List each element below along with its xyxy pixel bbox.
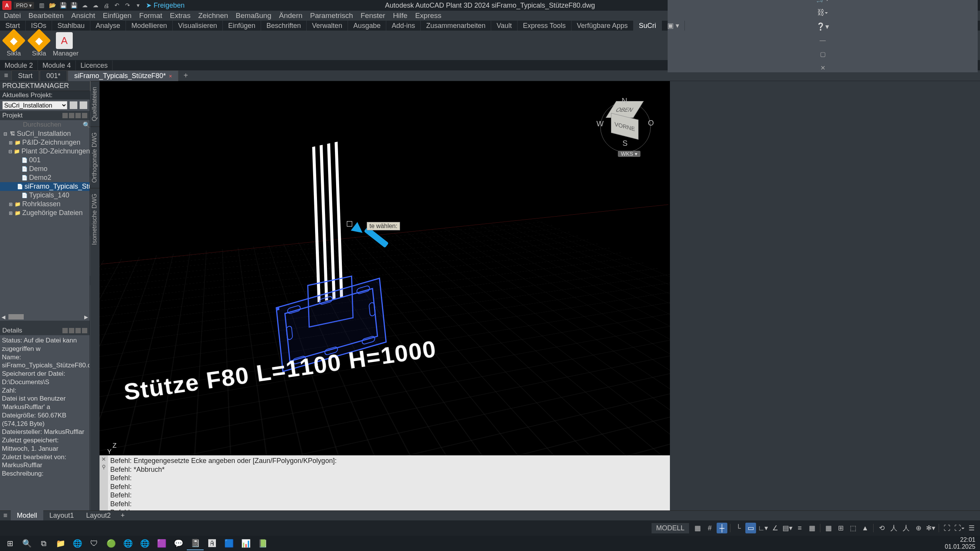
taskbar-clock[interactable]: 22:01 01.01.2025 — [945, 536, 978, 550]
ribbon-tab-4[interactable]: Modellieren — [126, 21, 173, 31]
tree-twisty-icon[interactable]: ⊞ — [8, 202, 13, 207]
undo-icon[interactable]: ↶ — [113, 2, 121, 9]
tree-tool3-icon[interactable] — [75, 113, 81, 118]
cmd-handle-icon[interactable]: ⚲ — [102, 464, 106, 470]
ribbon-tab-8[interactable]: Verwalten — [307, 21, 348, 31]
tree-tool1-icon[interactable] — [62, 113, 68, 118]
open-icon[interactable]: 📂 — [49, 2, 56, 9]
menu-extras[interactable]: Extras — [170, 11, 191, 20]
taskbar-app-5[interactable]: 🛡 — [86, 536, 103, 550]
status-button-10[interactable]: ▦ — [823, 523, 834, 533]
viewcube[interactable]: OBEN VORNE N S W O WKS ▾ — [597, 98, 655, 159]
menu-datei[interactable]: Datei — [4, 11, 21, 20]
new-icon[interactable]: ▥ — [38, 2, 46, 9]
ribbon-tab-12[interactable]: Vault — [491, 21, 518, 31]
menu-zeichnen[interactable]: Zeichnen — [198, 11, 228, 20]
tree-node-2[interactable]: ⊟📁Plant 3D-Zeichnungen — [0, 147, 90, 156]
maximize-button[interactable]: ▢ — [816, 50, 829, 59]
close-tab-icon[interactable]: × — [169, 73, 172, 79]
ribbon-tab-13[interactable]: Express Tools — [518, 21, 572, 31]
ribbon-tab-16[interactable]: ▣ ▾ — [662, 21, 685, 31]
compass-e[interactable]: O — [648, 119, 654, 127]
status-button-19[interactable]: ⛶ — [942, 523, 952, 533]
side-tab-0[interactable]: Quelldateien — [90, 81, 100, 127]
subtab-2[interactable]: Licences — [76, 60, 113, 70]
taskbar-app-15[interactable]: 📗 — [254, 536, 271, 550]
status-button-0[interactable]: ▦ — [692, 523, 703, 533]
new-doc-tab-button[interactable]: + — [181, 71, 191, 80]
ribbon-tab-5[interactable]: Visualisieren — [173, 21, 223, 31]
menu-express[interactable]: Express — [415, 11, 441, 20]
taskbar-app-4[interactable]: 🌐 — [69, 536, 86, 550]
taskbar-app-6[interactable]: 🟢 — [103, 536, 119, 550]
taskbar-app-1[interactable]: 🔍 — [18, 536, 35, 550]
taskbar-app-9[interactable]: 🟪 — [153, 536, 170, 550]
layout-menu-icon[interactable]: ≡ — [0, 512, 11, 520]
ribbon-tab-3[interactable]: Analyse — [90, 21, 126, 31]
status-button-21[interactable]: ☰ — [966, 523, 977, 533]
status-button-12[interactable]: ⬚ — [848, 523, 858, 533]
status-button-11[interactable]: ⊞ — [835, 523, 846, 533]
taskbar-app-13[interactable]: 🟦 — [220, 536, 237, 550]
scroll-thumb[interactable] — [8, 314, 24, 320]
ribbon-button-sikla-0[interactable]: ◆Sikla — [2, 32, 25, 57]
menu-format[interactable]: Format — [139, 11, 162, 20]
taskbar-app-12[interactable]: 🅰 — [204, 536, 220, 550]
status-button-20[interactable]: ⛶▾ — [954, 523, 965, 533]
status-button-16[interactable]: 人 — [901, 523, 911, 533]
tree-tool2-icon[interactable] — [69, 113, 74, 118]
status-button-15[interactable]: 人 — [889, 523, 899, 533]
tree-search-input[interactable] — [2, 121, 83, 129]
scroll-left-icon[interactable]: ◂ — [0, 312, 7, 321]
tree-node-4[interactable]: 📄Demo — [0, 165, 90, 173]
tree-twisty-icon[interactable]: ⊞ — [8, 210, 13, 216]
menu-parametrisch[interactable]: Parametrisch — [310, 11, 353, 20]
ribbon-button-manager-2[interactable]: AManager — [53, 32, 76, 57]
det-tool3-icon[interactable] — [75, 328, 81, 333]
compass-w[interactable]: W — [596, 119, 604, 128]
status-button-5[interactable]: ∟▾ — [758, 523, 768, 533]
subtab-1[interactable]: Module 4 — [38, 60, 76, 70]
project-tree[interactable]: ⊟🏗SuCri_Installation⊞📁P&ID-Zeichnungen⊟📁… — [0, 129, 90, 313]
menu-einfügen[interactable]: Einfügen — [103, 11, 132, 20]
menu-fenster[interactable]: Fenster — [361, 11, 385, 20]
project-tool-icon[interactable] — [70, 101, 77, 109]
tree-node-1[interactable]: ⊞📁P&ID-Zeichnungen — [0, 138, 90, 147]
cmd-close-icon[interactable]: ✕ — [101, 456, 106, 462]
ribbon-tab-2[interactable]: Stahlbau — [52, 21, 90, 31]
tree-node-7[interactable]: 📄Typicals_140 — [0, 191, 90, 200]
add-layout-button[interactable]: + — [117, 510, 129, 521]
save-icon[interactable]: 💾 — [59, 2, 67, 9]
model-space-button[interactable]: MODELL — [652, 523, 689, 533]
det-tool2-icon[interactable] — [69, 328, 74, 333]
status-button-1[interactable]: # — [704, 523, 715, 533]
status-button-6[interactable]: ∠ — [770, 523, 781, 533]
project-tool2-icon[interactable] — [80, 101, 87, 109]
ribbon-tab-6[interactable]: Einfügen — [223, 21, 261, 31]
ribbon-tab-10[interactable]: Add-ins — [386, 21, 421, 31]
ribbon-tab-15[interactable]: SuCri — [634, 21, 662, 31]
layout-tab-layout1[interactable]: Layout1 — [43, 510, 80, 521]
redo-icon[interactable]: ↷ — [124, 2, 131, 9]
close-button[interactable]: ✕ — [816, 64, 829, 72]
status-button-14[interactable]: ⟲ — [876, 523, 887, 533]
taskbar-app-2[interactable]: ⧉ — [35, 536, 52, 550]
tree-node-3[interactable]: 📄001 — [0, 156, 90, 165]
menu-bearbeiten[interactable]: Bearbeiten — [28, 11, 64, 20]
ribbon-button-sikla-1[interactable]: ◆Sikla — [28, 32, 51, 57]
pro-badge[interactable]: PRO ▾ — [14, 2, 34, 9]
status-button-13[interactable]: ▲ — [860, 523, 871, 533]
menu-hilfe[interactable]: Hilfe — [393, 11, 407, 20]
subtab-0[interactable]: Module 2 — [0, 60, 38, 70]
det-tool1-icon[interactable] — [62, 328, 68, 333]
taskbar-app-11[interactable]: 📓 — [187, 536, 204, 550]
menu-ansicht[interactable]: Ansicht — [71, 11, 95, 20]
det-tool4-icon[interactable] — [82, 328, 87, 333]
wcs-badge[interactable]: WKS ▾ — [618, 151, 640, 157]
apps-icon[interactable]: ⛓▾ — [817, 8, 828, 17]
help-icon[interactable]: ❔▾ — [816, 22, 829, 31]
tree-node-0[interactable]: ⊟🏗SuCri_Installation — [0, 129, 90, 138]
status-button-8[interactable]: ≡ — [794, 523, 805, 533]
tree-node-8[interactable]: ⊞📁Rohrklassen — [0, 200, 90, 209]
menu-bemaßung[interactable]: Bemaßung — [236, 11, 271, 20]
